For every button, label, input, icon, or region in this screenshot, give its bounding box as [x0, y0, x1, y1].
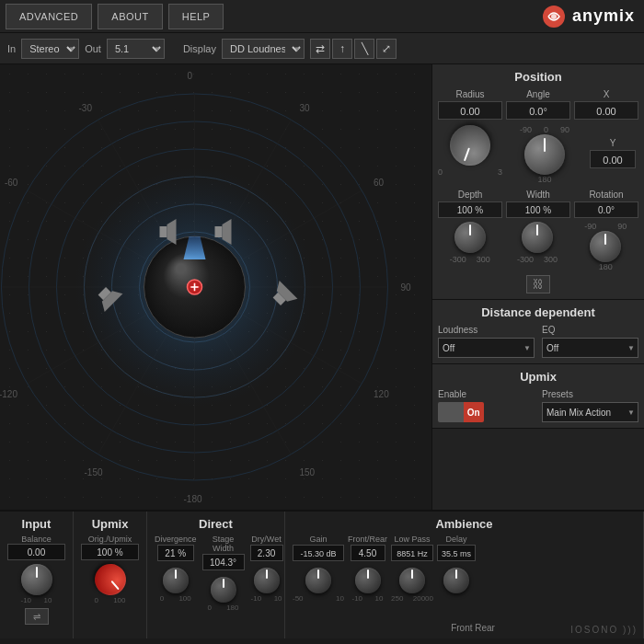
angle-label: Angle [526, 89, 550, 99]
radius-scale: 0 3 [438, 167, 502, 177]
upmix-knob-cell: 0 100 [95, 564, 126, 604]
stage-width-value: 104.3° [202, 554, 245, 570]
upmix-section: Upmix Enable On Presets Main Mix ActionP… [432, 364, 644, 429]
dw-scale: -10 10 [251, 594, 282, 603]
rotation-knob[interactable] [590, 231, 621, 262]
width-knob[interactable] [522, 222, 553, 253]
stage-width-knob[interactable] [211, 577, 236, 603]
position-title: Position [438, 70, 638, 84]
expand-icon-btn[interactable]: ⤢ [376, 39, 397, 59]
lp-scale: 250 20000 [391, 594, 433, 603]
angle-knob-area: -90 0 90 180 [506, 125, 583, 184]
display-select-wrapper[interactable]: DD LoudnessSPLRMS [222, 39, 305, 59]
depth-cell: Depth 100 % [438, 190, 502, 218]
in-select-wrapper[interactable]: Stereo5.1Mono [21, 39, 79, 59]
orig-label: Orig./Upmix [81, 535, 139, 544]
direct-knobs-row: Divergence 21 % 0 100 Stage Width 104.3°… [155, 535, 277, 612]
low-pass-label: Low Pass [395, 535, 431, 544]
display-select[interactable]: DD LoudnessSPLRMS [222, 39, 305, 59]
presets-select-wrapper[interactable]: Main Mix ActionPreset 1Preset 2 [542, 402, 638, 422]
fr-scale: -10 10 [352, 594, 384, 603]
presets-select[interactable]: Main Mix ActionPreset 1Preset 2 [542, 402, 638, 422]
main-area: Position Radius 0.00 Angle 0.0° X 0.00 [0, 64, 644, 510]
front-rear-knob[interactable] [355, 568, 381, 593]
enable-label: Enable [438, 389, 535, 399]
angle-180: 180 [537, 175, 551, 184]
gain-knob[interactable] [305, 568, 331, 593]
link-button[interactable]: ⛓ [526, 275, 550, 293]
depth-knob[interactable] [454, 222, 486, 253]
delay-label: Delay [446, 535, 467, 544]
eq-select-wrapper[interactable]: OffOn [542, 338, 638, 358]
radius-label: Radius [455, 89, 484, 99]
upmix-controls-row: Enable On Presets Main Mix ActionPreset … [438, 389, 638, 422]
dwr-knobs: -300 300 -300 300 -90 90 [438, 222, 638, 271]
radius-value: 0.00 [438, 101, 502, 120]
swap-icon-btn[interactable]: ⇌ [25, 608, 49, 625]
x-value: 0.00 [574, 101, 638, 120]
dry-wet-knob[interactable] [254, 568, 280, 593]
help-button[interactable]: HELP [168, 4, 224, 29]
about-button[interactable]: ABOUT [98, 4, 162, 29]
anymix-logo-icon [541, 4, 567, 29]
upmix-knob[interactable] [88, 558, 132, 602]
loudness-select[interactable]: OffOn [438, 338, 535, 358]
out-label: Out [85, 43, 101, 54]
loudness-select-wrapper[interactable]: OffOn [438, 338, 535, 358]
front-rear-label: Front/Rear [348, 535, 387, 544]
loudness-label: Loudness [438, 325, 535, 335]
toggle-on-part: On [464, 402, 485, 422]
out-select[interactable]: 5.1Stereo7.1 [107, 39, 165, 59]
width-knob-container: -300 300 [517, 222, 558, 271]
balance-label: Balance [7, 535, 65, 544]
depth-scale: -300 300 [450, 255, 490, 264]
toolbar-icons: ⇄ ↑ ╲ ⤢ [310, 39, 397, 59]
balance-knob[interactable] [21, 564, 52, 595]
x-cell: X 0.00 [574, 89, 638, 120]
presets-label: Presets [542, 389, 638, 399]
upmix-title: Upmix [438, 370, 638, 384]
divergence-scale: 0 100 [160, 594, 191, 603]
divergence-cell: Divergence 21 % 0 100 [155, 535, 197, 612]
delay-knob[interactable] [443, 568, 469, 593]
radius-knob[interactable] [444, 120, 496, 171]
arrows-icon-btn[interactable]: ⇄ [310, 39, 330, 59]
up-icon-btn[interactable]: ↑ [332, 39, 352, 59]
radius-knob-container: 0 3 [438, 125, 502, 177]
gain-cell: Gain -15.30 dB -50 10 [293, 535, 344, 603]
eq-cell: EQ OffOn [542, 325, 638, 358]
logo: anymix [541, 4, 635, 29]
toggle-off-part [438, 402, 464, 422]
width-value: 100 % [506, 201, 570, 218]
balance-value: 0.00 [7, 544, 65, 560]
width-cell: Width 100 % [506, 190, 570, 218]
gain-label: Gain [309, 535, 327, 544]
rotation-180: 180 [599, 262, 613, 271]
angle-cell: Angle 0.0° [506, 89, 570, 120]
visualizer-canvas[interactable] [0, 64, 432, 510]
link-container: ⛓ [438, 275, 638, 293]
bottom-panel: Input Balance 0.00 -10 10 ⇌ Upmix Orig./… [0, 510, 644, 638]
eq-select[interactable]: OffOn [542, 338, 638, 358]
presets-cell: Presets Main Mix ActionPreset 1Preset 2 [542, 389, 638, 422]
cursor-icon-btn[interactable]: ╲ [354, 39, 374, 59]
stage-width-cell: Stage Width 104.3° 0 180 [202, 535, 245, 612]
y-value: 0.00 [590, 150, 636, 168]
enable-toggle[interactable]: On [438, 402, 484, 422]
visualizer-panel[interactable] [0, 64, 432, 510]
angle-knob[interactable] [524, 134, 565, 175]
input-knob-row: -10 10 [7, 564, 65, 604]
low-pass-knob[interactable] [399, 568, 425, 593]
dry-wet-label: Dry/Wet [251, 535, 281, 544]
divergence-knob[interactable] [163, 568, 189, 593]
gain-scale: -50 10 [293, 594, 344, 603]
in-select[interactable]: Stereo5.1Mono [21, 39, 79, 59]
upmix-bottom-section: Upmix Orig./Upmix 100 % 0 100 [74, 512, 147, 638]
position-section: Position Radius 0.00 Angle 0.0° X 0.00 [432, 64, 644, 300]
out-select-wrapper[interactable]: 5.1Stereo7.1 [107, 39, 165, 59]
dwr-row: Depth 100 % Width 100 % Rotation 0.0° [438, 190, 638, 218]
gain-value: -15.30 dB [293, 545, 344, 561]
ambience-knobs-row: Gain -15.30 dB -50 10 Front/Rear 4.50 -1… [293, 535, 636, 603]
advanced-button[interactable]: ADVANCED [6, 4, 92, 29]
width-scale: -300 300 [517, 255, 558, 264]
